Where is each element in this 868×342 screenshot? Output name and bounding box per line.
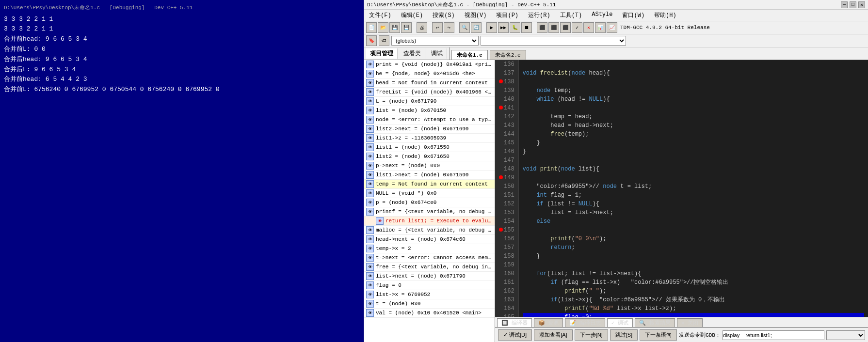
bottom-tab-compile-log[interactable]: 📝 编译日志 bbox=[565, 318, 605, 327]
debug-btn[interactable]: ✓ 调试[D] bbox=[498, 329, 532, 341]
code-line[interactable]: if (list != NULL){ bbox=[523, 200, 864, 208]
code-line[interactable] bbox=[523, 173, 864, 182]
watch-item[interactable]: 👁printf = {<text variable, no debug info… bbox=[364, 207, 495, 217]
menu-help[interactable]: 帮助(H) bbox=[651, 11, 679, 20]
watch-item[interactable]: 👁malloc = {<text variable, no debug info… bbox=[364, 226, 495, 235]
code-line[interactable]: int flag = 1; bbox=[523, 191, 864, 200]
watch-item[interactable]: 👁flag = 0 bbox=[364, 281, 495, 290]
tb-replace[interactable]: 🔄 bbox=[471, 22, 482, 33]
watch-item[interactable]: 👁p->next = (node) 0x0 bbox=[364, 161, 495, 171]
tb-print[interactable]: 🖨 bbox=[417, 22, 427, 33]
bottom-tab-search[interactable]: 🔍 搜索结果 bbox=[635, 318, 675, 327]
tb-profile[interactable]: 📊 bbox=[595, 22, 606, 33]
code-line[interactable]: void print(node list){ bbox=[523, 165, 864, 173]
menu-tools[interactable]: 工具(T) bbox=[557, 11, 585, 20]
secondary-dropdown[interactable] bbox=[481, 36, 626, 46]
code-line[interactable] bbox=[523, 78, 864, 86]
watch-item[interactable]: 👁temp = Not found in current context bbox=[364, 180, 495, 189]
watch-item[interactable]: 👁freeList = {void (node)} 0x401966 <free… bbox=[364, 88, 495, 97]
code-line[interactable] bbox=[523, 226, 864, 234]
code-line[interactable]: printf("0 0\n"); bbox=[523, 234, 864, 243]
code-line[interactable]: void freeList(node head){ bbox=[523, 69, 864, 78]
code-line[interactable]: while (head != NULL){ bbox=[523, 95, 864, 104]
tab-project-manager[interactable]: 项目管理 bbox=[366, 48, 398, 59]
watch-item[interactable]: 👁t->next = <error: Cannot access memory … bbox=[364, 253, 495, 263]
minimize-btn[interactable]: — bbox=[841, 1, 848, 8]
code-line[interactable]: list = list->next; bbox=[523, 208, 864, 217]
bottom-tab-compiler[interactable]: 🔲 编译器 bbox=[497, 318, 532, 327]
tb-find[interactable]: 🔍 bbox=[459, 22, 470, 33]
code-line[interactable]: } bbox=[523, 147, 864, 156]
code-line[interactable]: else bbox=[523, 217, 864, 226]
menu-project[interactable]: 项目(P) bbox=[493, 11, 521, 20]
next-statement-btn[interactable]: 下一条语句 bbox=[640, 329, 677, 341]
code-line[interactable]: return; bbox=[523, 243, 864, 252]
watch-item[interactable]: 👁list = (node) 0x670150 bbox=[364, 106, 495, 115]
code-line[interactable]: } bbox=[523, 139, 864, 147]
watch-item[interactable]: 👁he = {node, node} 0x4015d6 <he> bbox=[364, 69, 495, 78]
tb-new[interactable]: 📄 bbox=[366, 22, 377, 33]
add-watch-btn[interactable]: 添加查看[A] bbox=[534, 329, 572, 341]
menu-search[interactable]: 搜索(S) bbox=[430, 11, 458, 20]
menu-file[interactable]: 文件(F) bbox=[366, 11, 394, 20]
code-line[interactable]: free(temp); bbox=[523, 130, 864, 139]
tb-saveall[interactable]: 💾 bbox=[401, 22, 412, 33]
code-line[interactable]: } bbox=[523, 252, 864, 261]
watch-item[interactable]: 👁val = (node) 0x10 0x401520 <main> bbox=[364, 309, 495, 318]
menu-run[interactable]: 运行(R) bbox=[525, 11, 553, 20]
tb-indent[interactable]: ⬛ bbox=[537, 22, 547, 33]
watch-item[interactable]: 👁node = <error: Attempt to use a type na… bbox=[364, 115, 495, 124]
tb-undo[interactable]: ↩ bbox=[432, 22, 443, 33]
watch-item[interactable]: 👁L = (node) 0x671790 bbox=[364, 97, 495, 106]
tb-save[interactable]: 💾 bbox=[389, 22, 400, 33]
watch-item[interactable]: 👁print = {void (node)} 0x4019a1 <print> bbox=[364, 60, 495, 69]
tb-abort[interactable]: ✕ bbox=[583, 22, 594, 33]
close-btn[interactable]: ✕ bbox=[858, 1, 865, 8]
tab-file1[interactable]: 未命名1.c bbox=[451, 50, 488, 60]
tb-class[interactable]: 🏷 bbox=[379, 35, 389, 46]
code-lines[interactable]: void freeList(node head){ node temp; whi… bbox=[519, 60, 868, 317]
watch-item[interactable]: 👁temp->x = 2 bbox=[364, 244, 495, 253]
tab-debug[interactable]: 调试 bbox=[427, 48, 447, 59]
tab-file2[interactable]: 未命名2.c bbox=[490, 50, 526, 60]
code-line[interactable]: "color:#6a9955">// node t = list; bbox=[523, 182, 864, 191]
next-step-btn[interactable]: 下一步[N] bbox=[575, 329, 608, 341]
watch-item[interactable]: 👁list2 = (node) 0x671650 bbox=[364, 152, 495, 161]
globals-dropdown[interactable]: (globals) bbox=[391, 36, 479, 46]
menu-view[interactable]: 视图(V) bbox=[462, 11, 490, 20]
code-line[interactable]: node temp; bbox=[523, 86, 864, 95]
code-line[interactable] bbox=[523, 104, 864, 112]
code-line[interactable]: if(list->x){ "color:#6a9955">// 如果系数为 0，… bbox=[523, 295, 864, 304]
tb-compile[interactable]: ▶ bbox=[486, 22, 497, 33]
maximize-btn[interactable]: □ bbox=[850, 1, 856, 8]
menu-window[interactable]: 窗口(W) bbox=[619, 11, 647, 20]
menu-edit[interactable]: 编辑(E) bbox=[398, 11, 426, 20]
skip-btn[interactable]: 跳过[S] bbox=[610, 329, 638, 341]
watch-item[interactable]: 👁list1->z = -1163005939 bbox=[364, 134, 495, 143]
bottom-tab-debug[interactable]: ✓ 调试 bbox=[607, 318, 633, 327]
watch-item[interactable]: 👁list->x = 6769952 bbox=[364, 290, 495, 299]
bottom-tab-resource[interactable]: 📦 资源 bbox=[534, 318, 563, 327]
menu-astyle[interactable]: AStyle bbox=[589, 11, 615, 20]
watch-item[interactable]: 👁p = (node) 0x674ce0 bbox=[364, 198, 495, 207]
watch-item[interactable]: 👁t = (node) 0x0 bbox=[364, 299, 495, 309]
code-line[interactable] bbox=[523, 156, 864, 165]
code-line[interactable]: for(list; list != list->next){ bbox=[523, 269, 864, 278]
tb-chart[interactable]: 📈 bbox=[607, 22, 617, 33]
tb-bookmark[interactable]: 🔖 bbox=[366, 35, 377, 46]
code-line[interactable]: if (flag == list->x) "color:#6a9955">//控… bbox=[523, 278, 864, 287]
watch-item[interactable]: 👁return list1; = Execute to evaluate bbox=[364, 217, 495, 226]
watch-item[interactable]: 👁list->next = (node) 0x671790 bbox=[364, 272, 495, 281]
tb-comment[interactable]: ⬛ bbox=[560, 22, 571, 33]
tab-class-view[interactable]: 查看类 bbox=[400, 48, 425, 59]
window-controls[interactable]: — □ ✕ bbox=[841, 1, 865, 8]
code-line[interactable]: printf(" "); bbox=[523, 287, 864, 295]
code-line[interactable] bbox=[523, 60, 864, 69]
tb-debug[interactable]: 🐛 bbox=[510, 22, 520, 33]
tb-run[interactable]: ▶▶ bbox=[498, 22, 509, 33]
tb-syntax[interactable]: ✓ bbox=[572, 22, 582, 33]
gdb-history[interactable] bbox=[826, 330, 865, 340]
code-content[interactable]: 1361371381391401411421431441451461471481… bbox=[495, 60, 868, 317]
code-line[interactable] bbox=[523, 261, 864, 269]
watch-item[interactable]: 👁head = Not found in current context bbox=[364, 78, 495, 88]
